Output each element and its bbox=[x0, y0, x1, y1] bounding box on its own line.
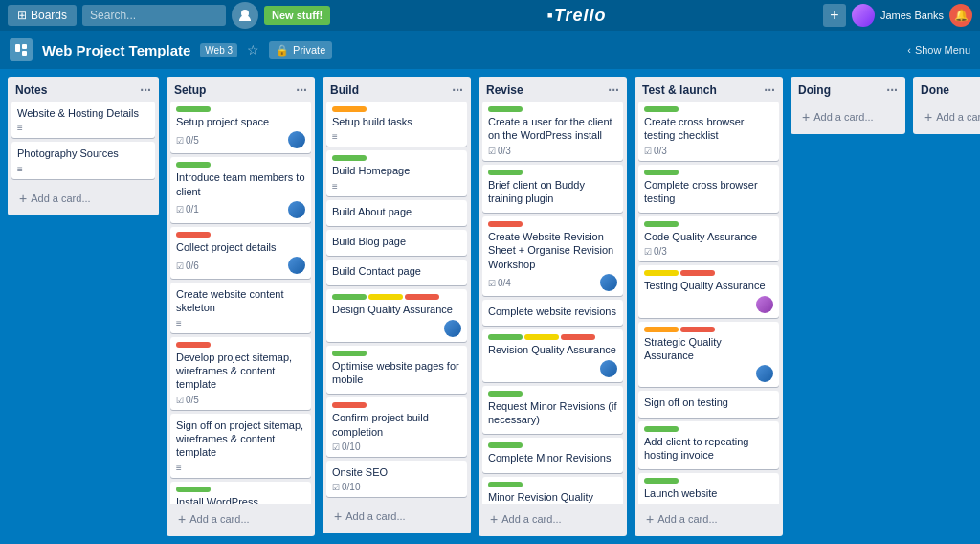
show-menu-button[interactable]: ‹ Show Menu bbox=[907, 44, 970, 56]
card-footer: 0/3 bbox=[488, 146, 617, 156]
label-green bbox=[488, 106, 523, 112]
visibility-button[interactable]: 🔒 Private bbox=[269, 41, 332, 59]
list-menu-notes[interactable]: ··· bbox=[140, 82, 151, 98]
label-orange bbox=[332, 106, 367, 112]
check-icon bbox=[332, 442, 340, 452]
card[interactable]: Website & Hosting Details bbox=[11, 102, 155, 138]
add-card-button-revise[interactable]: +Add a card... bbox=[482, 506, 623, 533]
card-meta: 0/3 bbox=[644, 146, 667, 156]
card-footer bbox=[176, 463, 305, 473]
checklist-meta: 0/5 bbox=[176, 135, 199, 146]
card-title: Build Homepage bbox=[332, 164, 461, 177]
card[interactable]: Introduce team members to client0/1 bbox=[170, 157, 311, 223]
card-labels bbox=[644, 106, 773, 112]
card-labels bbox=[644, 478, 773, 484]
list-menu-test[interactable]: ··· bbox=[764, 82, 775, 98]
plus-icon: + bbox=[490, 511, 498, 527]
card-meta bbox=[17, 123, 23, 133]
add-card-button-notes[interactable]: +Add a card... bbox=[11, 185, 155, 212]
notifications-button[interactable]: 🔔 bbox=[949, 4, 972, 27]
list-cards-setup: Setup project space0/5Introduce team mem… bbox=[167, 102, 315, 504]
list-menu-setup[interactable]: ··· bbox=[296, 82, 307, 98]
card-title: Brief client on Buddy training plugin bbox=[488, 178, 617, 206]
checklist-meta: 0/6 bbox=[176, 261, 199, 271]
card-title: Create website content skeleton bbox=[176, 287, 305, 315]
add-card-button-doing[interactable]: +Add a card... bbox=[794, 103, 902, 130]
star-icon[interactable]: ☆ bbox=[247, 42, 259, 57]
card[interactable]: Add client to repeating hosting invoice bbox=[638, 421, 779, 470]
card[interactable]: Complete website revisions bbox=[482, 300, 623, 326]
label-green bbox=[644, 478, 679, 484]
search-input[interactable] bbox=[82, 5, 226, 26]
card[interactable]: Setup project space0/5 bbox=[170, 102, 311, 153]
label-green bbox=[488, 391, 523, 397]
card[interactable]: Create website content skeleton bbox=[170, 283, 311, 333]
card[interactable]: Confirm project build completion0/10 bbox=[326, 397, 467, 457]
board-body: Notes···Website & Hosting DetailsPhotogr… bbox=[0, 69, 980, 544]
add-card-button-build[interactable]: +Add a card... bbox=[326, 503, 467, 530]
card-title: Design Quality Assurance bbox=[332, 303, 461, 316]
card[interactable]: Strategic Quality Assurance bbox=[638, 322, 779, 388]
card-title: Launch website bbox=[644, 487, 773, 500]
card-title: Create a user for the client on the Word… bbox=[488, 115, 617, 143]
list-menu-doing[interactable]: ··· bbox=[886, 82, 898, 98]
card-title: Build About page bbox=[332, 205, 461, 218]
card[interactable]: Install WordPress0/4 bbox=[170, 482, 311, 504]
label-red bbox=[561, 334, 595, 340]
card[interactable]: Create Website Revision Sheet + Organise… bbox=[482, 216, 623, 296]
card-title: Create cross browser testing checklist bbox=[644, 115, 773, 143]
card[interactable]: Revision Quality Assurance bbox=[482, 329, 623, 381]
add-button[interactable]: + bbox=[823, 4, 846, 27]
card[interactable]: Setup build tasks bbox=[326, 102, 467, 147]
list-header-revise: Revise··· bbox=[479, 77, 627, 102]
card-title: Photography Sources bbox=[17, 147, 149, 160]
grid-icon: ⊞ bbox=[17, 9, 27, 22]
add-card-button-test[interactable]: +Add a card... bbox=[638, 506, 779, 533]
card[interactable]: Build Blog page bbox=[326, 230, 467, 256]
card-labels bbox=[488, 106, 617, 112]
card[interactable]: Complete cross browser testing bbox=[638, 165, 779, 214]
card-title: Minor Revision Quality Assurance bbox=[488, 490, 617, 504]
plus-icon: + bbox=[178, 511, 186, 527]
card[interactable]: Create a user for the client on the Word… bbox=[482, 102, 623, 161]
list-header-build: Build··· bbox=[323, 77, 471, 102]
card-footer bbox=[332, 131, 461, 142]
card-title: Create Website Revision Sheet + Organise… bbox=[488, 230, 617, 271]
card-footer bbox=[17, 123, 149, 133]
add-card-button-setup[interactable]: +Add a card... bbox=[170, 506, 311, 533]
card[interactable]: Minor Revision Quality Assurance bbox=[482, 477, 623, 504]
card[interactable]: Optimise website pages for mobile bbox=[326, 346, 467, 395]
card[interactable]: Build About page bbox=[326, 200, 467, 226]
user-avatar[interactable] bbox=[852, 4, 875, 27]
card[interactable]: Develop project sitemap, wireframes & co… bbox=[170, 337, 311, 410]
card-footer: 0/4 bbox=[488, 274, 617, 291]
card[interactable]: Complete Minor Revisions bbox=[482, 438, 623, 472]
list-notes: Notes···Website & Hosting DetailsPhotogr… bbox=[8, 77, 159, 215]
card[interactable]: Photography Sources bbox=[11, 142, 155, 178]
new-stuff-button[interactable]: New stuff! bbox=[264, 6, 330, 25]
card-title: Revision Quality Assurance bbox=[488, 343, 617, 356]
label-red bbox=[332, 402, 367, 408]
check-icon bbox=[176, 204, 184, 215]
card[interactable]: Testing Quality Assurance bbox=[638, 265, 779, 317]
add-card-button-done[interactable]: +Add a card... bbox=[917, 103, 980, 130]
card[interactable]: Sign off on testing bbox=[638, 391, 779, 417]
list-menu-revise[interactable]: ··· bbox=[608, 82, 619, 98]
nav-right: + James Banks 🔔 bbox=[823, 4, 972, 27]
card[interactable]: Code Quality Assurance0/3 bbox=[638, 216, 779, 261]
card[interactable]: Collect project details0/6 bbox=[170, 227, 311, 279]
card[interactable]: Request Minor Revisions (if necessary) bbox=[482, 386, 623, 435]
card[interactable]: Sign off on project sitemap, wireframes … bbox=[170, 414, 311, 478]
list-title-setup: Setup bbox=[174, 83, 206, 97]
card[interactable]: Brief client on Buddy training plugin bbox=[482, 165, 623, 214]
list-menu-build[interactable]: ··· bbox=[452, 82, 463, 98]
label-green bbox=[488, 334, 523, 340]
boards-button[interactable]: ⊞ Boards bbox=[8, 5, 77, 26]
check-icon bbox=[176, 395, 184, 405]
card[interactable]: Build Homepage bbox=[326, 150, 467, 195]
card[interactable]: Create cross browser testing checklist0/… bbox=[638, 102, 779, 161]
card[interactable]: Onsite SEO0/10 bbox=[326, 461, 467, 497]
card[interactable]: Design Quality Assurance bbox=[326, 289, 467, 341]
card[interactable]: Build Contact page bbox=[326, 260, 467, 285]
card[interactable]: Launch website0/4 bbox=[638, 473, 779, 504]
